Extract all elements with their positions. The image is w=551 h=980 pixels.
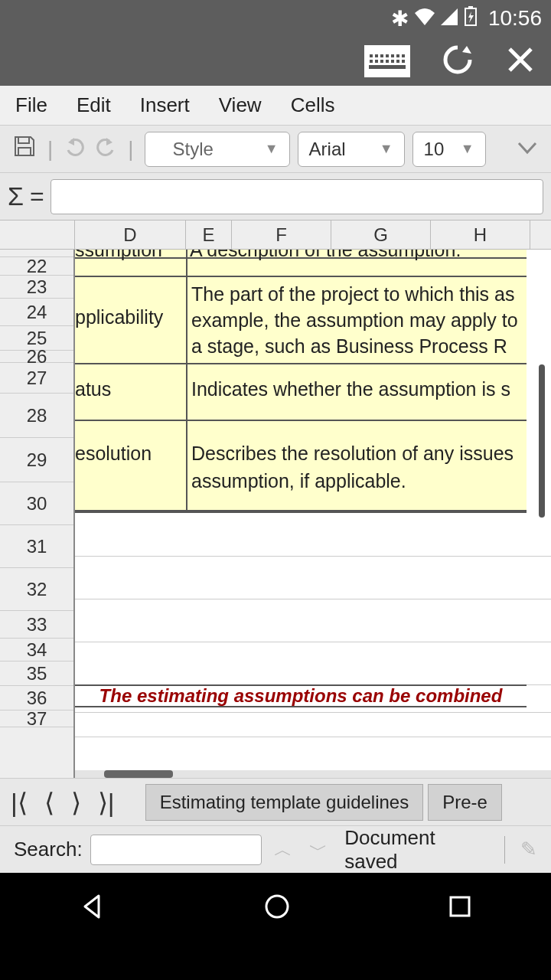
chevron-down-icon: ▼ <box>265 141 279 157</box>
chevron-down-icon: ▼ <box>380 141 393 157</box>
row-header[interactable]: 34 <box>0 639 73 662</box>
search-prev-icon[interactable]: ︿ <box>269 838 297 862</box>
row-header[interactable]: 36 <box>0 686 73 710</box>
note-row: The estimating assumptions can be combin… <box>75 684 527 707</box>
divider <box>504 836 505 864</box>
cell-text: esolution <box>75 443 152 465</box>
col-header-f[interactable]: F <box>232 220 331 249</box>
cell-text: Describes the resolution of any issues <box>191 443 514 465</box>
toolbar: | | Style ▼ Arial ▼ 10 ▼ <box>0 126 551 173</box>
sheet-prev-icon[interactable]: ⟨ <box>38 787 60 818</box>
clock: 10:56 <box>488 6 542 31</box>
row-header[interactable]: 35 <box>0 662 73 686</box>
row-header[interactable]: 26 <box>0 351 73 363</box>
cell-text: example, the assumption may apply to <box>191 309 518 332</box>
cell-text: atus <box>75 378 111 400</box>
style-selector[interactable]: Style ▼ <box>145 132 290 167</box>
cell-text: A description of the assumption. <box>190 250 461 261</box>
cells-area[interactable]: ssumption A description of the assumptio… <box>75 250 551 778</box>
select-all-corner[interactable] <box>0 220 75 249</box>
toolbar-divider: | <box>128 137 133 162</box>
sheet-last-icon[interactable]: ⟩| <box>92 787 121 818</box>
cell-text: Indicates whether the assumption is s <box>191 378 510 400</box>
expand-toolbar-icon[interactable] <box>516 137 539 161</box>
svg-rect-1 <box>468 6 473 8</box>
sheet-tab-guidelines[interactable]: Estimating template guidelines <box>145 784 424 821</box>
row-header[interactable]: 31 <box>0 525 73 568</box>
battery-icon <box>464 6 478 31</box>
col-header-d[interactable]: D <box>75 220 186 249</box>
cell-text: The part of the project to which this as <box>191 283 514 305</box>
svg-rect-3 <box>451 897 469 916</box>
cell-text: a stage, such as Business Process R <box>191 335 507 358</box>
menu-file[interactable]: File <box>15 93 47 117</box>
menu-insert[interactable]: Insert <box>140 93 190 117</box>
android-nav-bar <box>0 873 551 943</box>
row-header[interactable]: 33 <box>0 611 73 639</box>
sheet-tab-pre-e[interactable]: Pre-e <box>428 784 502 821</box>
sheet-tabs: |⟨ ⟨ ⟩ ⟩| Estimating template guidelines… <box>0 778 551 825</box>
font-size-selector[interactable]: 10 ▼ <box>412 132 486 167</box>
title-bar <box>0 37 551 86</box>
row-header[interactable]: 32 <box>0 568 73 611</box>
sigma-icon[interactable]: Σ <box>8 181 24 211</box>
cell-text: assumption, if applicable. <box>191 470 406 492</box>
sheet-first-icon[interactable]: |⟨ <box>5 787 34 818</box>
row-headers: 22 23 24 25 26 27 28 29 30 31 32 33 34 3… <box>0 250 75 778</box>
save-icon[interactable] <box>12 134 37 164</box>
size-label: 10 <box>424 139 445 160</box>
search-label: Search: <box>14 838 83 861</box>
redo-icon[interactable] <box>94 135 117 163</box>
font-selector[interactable]: Arial ▼ <box>298 132 405 167</box>
search-input[interactable] <box>90 835 262 865</box>
row-header[interactable]: 24 <box>0 299 73 326</box>
menu-edit[interactable]: Edit <box>77 93 111 117</box>
menu-view[interactable]: View <box>219 93 262 117</box>
horizontal-scrollbar-thumb[interactable] <box>104 770 173 778</box>
toolbar-divider: | <box>47 137 53 162</box>
formula-input[interactable] <box>51 179 543 214</box>
wifi-icon <box>415 6 435 31</box>
cell-text: ssumption <box>75 250 162 261</box>
vertical-scrollbar-thumb[interactable] <box>539 364 545 518</box>
sheet-next-icon[interactable]: ⟩ <box>65 787 87 818</box>
col-header-h[interactable]: H <box>431 220 530 249</box>
cell-text: pplicability <box>75 306 163 328</box>
chevron-down-icon: ▼ <box>461 141 474 157</box>
refresh-icon[interactable] <box>441 43 474 80</box>
back-icon[interactable] <box>77 891 108 925</box>
edit-icon[interactable]: ✎ <box>520 838 537 861</box>
menu-bar: File Edit Insert View Cells <box>0 86 551 126</box>
menu-cells[interactable]: Cells <box>291 93 335 117</box>
row-header[interactable]: 28 <box>0 394 73 438</box>
row-header[interactable]: 29 <box>0 438 73 482</box>
bluetooth-icon: ✱ <box>391 6 409 31</box>
row-header[interactable]: 23 <box>0 276 73 299</box>
horizontal-scrollbar-track[interactable] <box>75 770 551 778</box>
svg-point-2 <box>266 896 288 917</box>
formula-bar: Σ = <box>0 173 551 220</box>
search-bar: Search: ︿ ﹀ Document saved ✎ <box>0 825 551 873</box>
col-header-g[interactable]: G <box>331 220 431 249</box>
column-headers: D E F G H <box>0 220 551 250</box>
col-header-e[interactable]: E <box>186 220 232 249</box>
row-header[interactable]: 22 <box>0 257 73 276</box>
style-label: Style <box>173 139 214 160</box>
undo-icon[interactable] <box>64 135 86 163</box>
equals-icon: = <box>30 182 44 211</box>
search-next-icon[interactable]: ﹀ <box>305 838 332 862</box>
row-header[interactable]: 37 <box>0 710 73 727</box>
close-icon[interactable] <box>505 44 536 78</box>
font-label: Arial <box>309 139 346 160</box>
row-header[interactable]: 27 <box>0 363 73 394</box>
home-icon[interactable] <box>262 891 292 925</box>
status-text: Document saved <box>344 826 489 874</box>
recent-icon[interactable] <box>446 893 474 923</box>
keyboard-icon[interactable] <box>364 45 410 77</box>
signal-icon <box>441 6 458 31</box>
status-bar: ✱ 10:56 <box>0 0 551 37</box>
row-header[interactable]: 30 <box>0 482 73 525</box>
spreadsheet-grid[interactable]: D E F G H 22 23 24 25 26 27 28 29 30 31 … <box>0 220 551 778</box>
